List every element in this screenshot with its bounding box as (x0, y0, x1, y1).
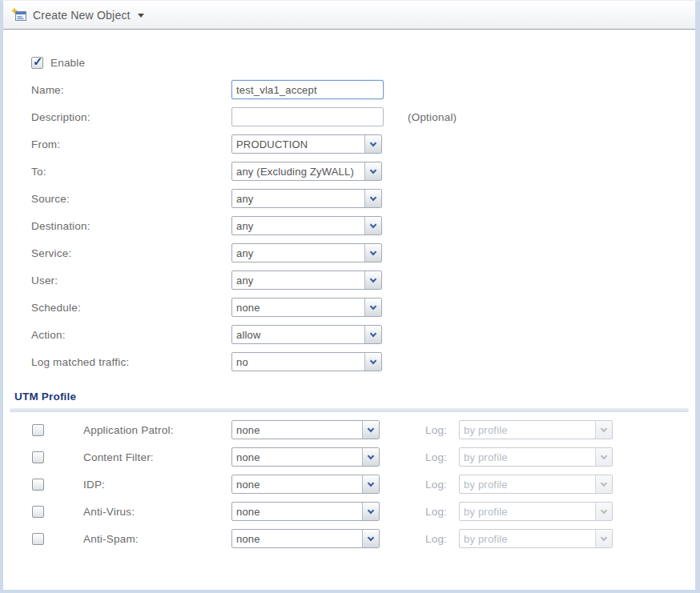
anti-spam-label: Anti-Spam: (83, 533, 231, 545)
user-select[interactable]: any (231, 270, 382, 290)
anti-virus-select[interactable]: none (231, 502, 380, 521)
chevron-down-icon (595, 448, 612, 466)
to-row: To: any (Excluding ZyWALL) (31, 162, 695, 181)
idp-log-select: by profile (459, 475, 613, 494)
content-filter-checkbox[interactable] (32, 451, 44, 463)
chevron-down-icon[interactable] (364, 299, 381, 316)
chevron-down-icon (595, 530, 612, 547)
action-row: Action: allow (31, 325, 695, 344)
log-label: Log: (425, 424, 452, 436)
log-label: Log: (425, 506, 452, 518)
chevron-down-icon (595, 421, 612, 439)
idp-checkbox[interactable] (32, 479, 44, 491)
chevron-down-icon (595, 503, 612, 520)
service-row: Service: any (31, 243, 695, 262)
content-filter-select[interactable]: none (231, 447, 380, 467)
action-label: Action: (31, 329, 231, 341)
description-row: Description: (Optional) (31, 107, 695, 126)
log-label: Log: (425, 479, 452, 491)
anti-virus-label: Anti-Virus: (83, 506, 231, 518)
log-label: Log: (425, 451, 452, 463)
header-bar[interactable]: Create New Object (3, 1, 695, 30)
chevron-down-icon[interactable] (364, 217, 381, 234)
anti-spam-checkbox[interactable] (32, 533, 44, 545)
chevron-down-icon[interactable] (362, 421, 379, 439)
source-label: Source: (31, 193, 231, 205)
idp-label: IDP: (83, 479, 231, 491)
description-label: Description: (31, 111, 231, 123)
create-object-dialog: Create New Object Enable Name: Descripti… (0, 0, 700, 593)
application-patrol-checkbox[interactable] (32, 424, 44, 436)
from-label: From: (31, 138, 231, 150)
source-select[interactable]: any (231, 189, 382, 208)
section-divider (10, 408, 689, 412)
application-patrol-label: Application Patrol: (83, 424, 231, 436)
chevron-down-icon[interactable] (362, 503, 379, 520)
log-matched-traffic-row: Log matched traffic: no (31, 352, 695, 371)
to-label: To: (31, 166, 231, 178)
utm-profile-section-title: UTM Profile (14, 391, 695, 403)
action-select[interactable]: allow (231, 325, 382, 344)
chevron-down-icon (595, 475, 612, 493)
description-input[interactable] (231, 107, 384, 126)
idp-select[interactable]: none (231, 475, 380, 494)
chevron-down-icon[interactable] (364, 244, 381, 262)
content-filter-label: Content Filter: (83, 451, 231, 463)
anti-virus-log-select: by profile (459, 502, 613, 521)
user-label: User: (31, 274, 231, 286)
enable-row: Enable (31, 56, 695, 69)
destination-row: Destination: any (31, 216, 695, 235)
chevron-down-icon[interactable] (362, 530, 379, 547)
source-row: Source: any (31, 189, 695, 208)
idp-row: IDP: none Log: by profile (32, 475, 695, 494)
enable-label: Enable (50, 57, 85, 69)
schedule-label: Schedule: (31, 302, 231, 314)
chevron-down-icon[interactable] (364, 326, 381, 343)
service-label: Service: (31, 247, 231, 259)
destination-label: Destination: (31, 220, 231, 232)
caret-down-icon (138, 14, 144, 18)
log-matched-traffic-select[interactable]: no (231, 352, 382, 371)
content-filter-row: Content Filter: none Log: by profile (32, 447, 695, 467)
chevron-down-icon[interactable] (364, 135, 381, 153)
schedule-select[interactable]: none (231, 298, 382, 317)
enable-checkbox[interactable] (31, 57, 43, 69)
name-row: Name: (31, 80, 695, 99)
destination-select[interactable]: any (231, 216, 382, 235)
from-row: From: PRODUCTION (31, 134, 695, 154)
anti-spam-row: Anti-Spam: none Log: by profile (32, 529, 695, 548)
log-label: Log: (425, 533, 452, 545)
create-new-object-label: Create New Object (33, 9, 131, 22)
service-select[interactable]: any (231, 243, 382, 262)
chevron-down-icon[interactable] (364, 190, 381, 207)
to-select[interactable]: any (Excluding ZyWALL) (231, 162, 382, 181)
anti-spam-select[interactable]: none (231, 529, 380, 548)
user-row: User: any (31, 270, 695, 290)
anti-virus-checkbox[interactable] (32, 506, 44, 518)
anti-virus-row: Anti-Virus: none Log: by profile (32, 502, 695, 521)
anti-spam-log-select: by profile (459, 529, 613, 548)
chevron-down-icon[interactable] (362, 448, 379, 466)
schedule-row: Schedule: none (31, 298, 695, 317)
chevron-down-icon[interactable] (364, 162, 381, 180)
name-input[interactable] (231, 80, 384, 99)
chevron-down-icon[interactable] (364, 271, 381, 289)
application-patrol-row: Application Patrol: none Log: by profile (32, 420, 695, 439)
application-patrol-log-select: by profile (459, 420, 613, 439)
new-object-icon (11, 8, 27, 22)
optional-hint: (Optional) (408, 111, 457, 123)
content-filter-log-select: by profile (459, 447, 613, 467)
from-select[interactable]: PRODUCTION (231, 134, 382, 154)
name-label: Name: (31, 84, 231, 96)
chevron-down-icon[interactable] (364, 353, 381, 371)
chevron-down-icon[interactable] (362, 475, 379, 493)
application-patrol-select[interactable]: none (231, 420, 380, 439)
log-matched-traffic-label: Log matched traffic: (31, 356, 231, 368)
